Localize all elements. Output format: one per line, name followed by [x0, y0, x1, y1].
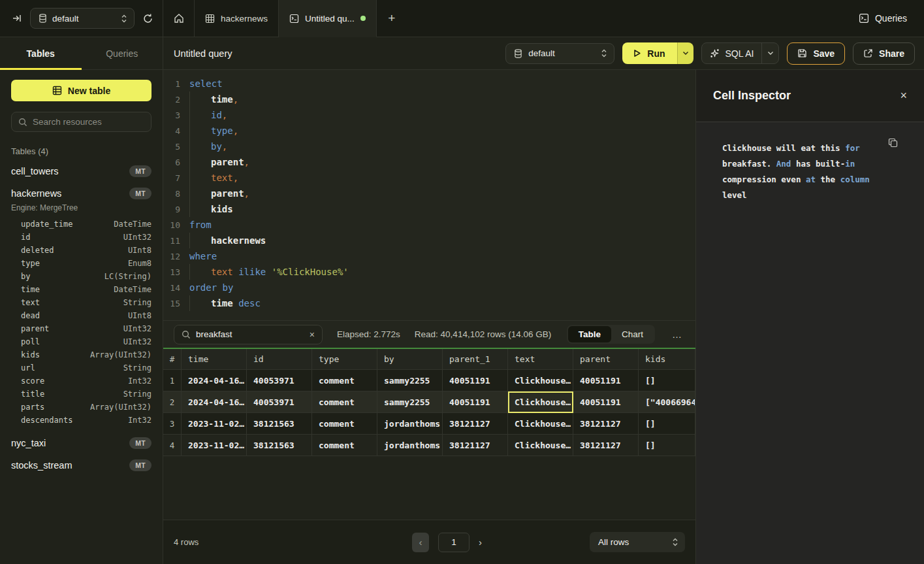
table-cell[interactable]: comment [312, 435, 377, 456]
grid-header-cell[interactable]: by [377, 349, 443, 370]
database-select[interactable]: default [30, 8, 135, 29]
table-cell[interactable]: 40053971 [247, 370, 312, 391]
save-button[interactable]: Save [787, 42, 845, 65]
sql-editor[interactable]: 1select2time,3id,4type,5by,6parent,7text… [163, 70, 695, 320]
run-database-select[interactable]: default [505, 43, 614, 64]
sidebar-tab-queries[interactable]: Queries [82, 37, 163, 69]
table-cell[interactable]: ["40066964… [639, 391, 695, 413]
schema-column-row[interactable]: parentUInt32 [11, 322, 151, 335]
tab-untitled-query[interactable]: Untitled qu... [279, 0, 377, 37]
schema-column-row[interactable]: pollUInt32 [11, 335, 151, 348]
schema-column-row[interactable]: deadUInt8 [11, 309, 151, 322]
clear-filter-icon[interactable]: × [310, 329, 315, 340]
table-cell[interactable]: 38121127 [573, 413, 639, 435]
table-cell[interactable]: 40053971 [247, 391, 312, 413]
table-cell[interactable]: 38121127 [443, 413, 508, 435]
row-number[interactable]: 3 [163, 413, 182, 435]
grid-header-cell[interactable]: type [312, 349, 377, 370]
table-cell[interactable]: [] [639, 413, 695, 435]
page-number-input[interactable] [438, 533, 470, 552]
refresh-icon[interactable] [142, 13, 153, 24]
sql-ai-button[interactable]: SQL AI [702, 43, 762, 63]
sidebar-table-stocks-stream[interactable]: stocks_stream MT [11, 454, 151, 476]
sql-ai-options-button[interactable] [761, 43, 778, 63]
copy-icon[interactable] [888, 138, 898, 148]
table-cell[interactable]: 2024-04-16… [182, 370, 247, 391]
collapse-sidebar-icon[interactable] [12, 13, 22, 24]
schema-column-row[interactable]: update_timeDateTime [11, 218, 151, 231]
grid-header-cell[interactable]: parent [573, 349, 639, 370]
table-cell[interactable]: 40051191 [443, 370, 508, 391]
selected-cell[interactable]: Clickhouse… [508, 391, 573, 413]
indent-guide [189, 295, 211, 311]
schema-column-row[interactable]: typeEnum8 [11, 257, 151, 270]
grid-header-cell[interactable]: kids [639, 349, 695, 370]
schema-column-row[interactable]: textString [11, 296, 151, 309]
engine-badge: MT [129, 459, 151, 471]
sidebar-table-cell-towers[interactable]: cell_towers MT [11, 160, 151, 182]
terminal-icon [289, 14, 299, 24]
prev-page-button[interactable]: ‹ [412, 533, 429, 552]
sidebar-table-nyc-taxi[interactable]: nyc_taxi MT [11, 432, 151, 454]
queries-button[interactable]: Queries [859, 13, 907, 24]
next-page-button[interactable]: › [479, 537, 482, 548]
page-size-select[interactable]: All rows [590, 532, 685, 552]
schema-column-row[interactable]: urlString [11, 361, 151, 374]
schema-column-row[interactable]: kidsArray(UInt32) [11, 348, 151, 361]
schema-column-row[interactable]: descendantsInt32 [11, 414, 151, 427]
table-cell[interactable]: jordanthoms [377, 435, 443, 456]
row-number[interactable]: 2 [163, 391, 182, 413]
schema-column-row[interactable]: scoreInt32 [11, 374, 151, 388]
grid-header-cell[interactable]: time [182, 349, 247, 370]
new-tab-button[interactable]: + [377, 0, 407, 37]
tab-hackernews[interactable]: hackernews [195, 0, 279, 37]
view-toggle-chart[interactable]: Chart [611, 326, 654, 342]
schema-column-row[interactable]: partsArray(UInt32) [11, 401, 151, 414]
new-table-button[interactable]: New table [11, 80, 151, 101]
table-cell[interactable]: 38121127 [443, 435, 508, 456]
table-cell[interactable]: Clickhouse… [508, 370, 573, 391]
row-number[interactable]: 1 [163, 370, 182, 391]
results-more-button[interactable]: … [669, 329, 685, 340]
run-button-label: Run [647, 48, 665, 59]
grid-header-cell[interactable]: id [247, 349, 312, 370]
view-toggle-table[interactable]: Table [568, 326, 611, 342]
table-cell[interactable]: Clickhouse… [508, 435, 573, 456]
run-options-button[interactable] [677, 42, 693, 64]
table-cell[interactable]: 40051191 [573, 391, 639, 413]
table-cell[interactable]: [] [639, 370, 695, 391]
grid-header-cell[interactable]: text [508, 349, 573, 370]
table-cell[interactable]: [] [639, 435, 695, 456]
results-filter-input[interactable] [196, 329, 304, 339]
share-button[interactable]: Share [853, 42, 915, 65]
table-cell[interactable]: 2023-11-02… [182, 413, 247, 435]
table-cell[interactable]: 38121127 [573, 435, 639, 456]
table-cell[interactable]: comment [312, 370, 377, 391]
grid-header-cell[interactable]: parent_1 [443, 349, 508, 370]
table-cell[interactable]: jordanthoms [377, 413, 443, 435]
table-cell[interactable]: 40051191 [573, 370, 639, 391]
table-cell[interactable]: 2024-04-16… [182, 391, 247, 413]
table-cell[interactable]: sammy2255 [377, 391, 443, 413]
table-cell[interactable]: 38121563 [247, 435, 312, 456]
close-icon[interactable]: × [900, 89, 907, 103]
schema-column-row[interactable]: timeDateTime [11, 283, 151, 296]
schema-column-row[interactable]: titleString [11, 388, 151, 401]
table-cell[interactable]: comment [312, 413, 377, 435]
tab-home[interactable] [163, 0, 195, 37]
row-number[interactable]: 4 [163, 435, 182, 456]
sidebar-tab-tables[interactable]: Tables [0, 37, 82, 69]
grid-header-cell[interactable]: # [163, 349, 182, 370]
table-cell[interactable]: 38121563 [247, 413, 312, 435]
run-button[interactable]: Run [622, 42, 677, 64]
table-cell[interactable]: comment [312, 391, 377, 413]
table-cell[interactable]: 2023-11-02… [182, 435, 247, 456]
schema-column-row[interactable]: idUInt32 [11, 231, 151, 244]
schema-column-row[interactable]: byLC(String) [11, 270, 151, 283]
search-resources-input[interactable] [33, 117, 144, 127]
table-cell[interactable]: 40051191 [443, 391, 508, 413]
table-cell[interactable]: sammy2255 [377, 370, 443, 391]
sidebar-table-hackernews[interactable]: hackernews MT [11, 182, 151, 205]
schema-column-row[interactable]: deletedUInt8 [11, 244, 151, 257]
table-cell[interactable]: Clickhouse… [508, 413, 573, 435]
